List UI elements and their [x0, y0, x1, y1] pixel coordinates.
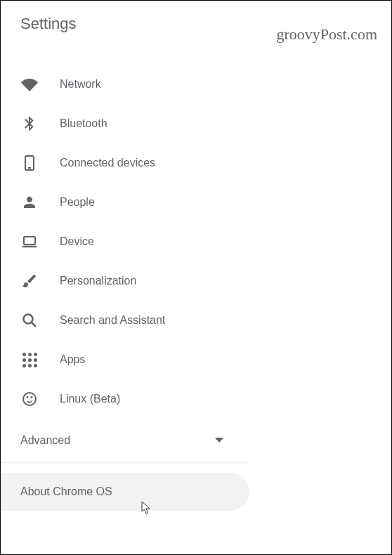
nav-item-linux[interactable]: Linux (Beta) — [1, 379, 391, 419]
brush-icon — [20, 272, 39, 290]
nav-item-apps[interactable]: Apps — [1, 340, 391, 379]
nav-item-about-chrome-os[interactable]: About Chrome OS — [1, 473, 249, 511]
nav-item-personalization[interactable]: Personalization — [1, 261, 391, 301]
nav-label: Network — [60, 78, 101, 91]
bluetooth-icon — [20, 115, 39, 133]
advanced-label: Advanced — [20, 434, 70, 447]
svg-point-6 — [27, 396, 29, 398]
advanced-toggle[interactable]: Advanced — [1, 419, 249, 462]
devices-icon — [20, 154, 39, 172]
person-icon — [20, 193, 39, 211]
divider — [1, 462, 249, 463]
nav-label: Bluetooth — [60, 117, 107, 130]
nav-item-network[interactable]: Network — [1, 65, 391, 104]
svg-point-5 — [23, 393, 36, 405]
nav-label: Search and Assistant — [60, 314, 165, 327]
svg-point-3 — [24, 315, 33, 324]
search-icon — [20, 311, 39, 329]
wifi-icon — [20, 75, 39, 93]
cursor-icon — [141, 501, 152, 515]
nav-label: Personalization — [60, 275, 136, 287]
nav-item-connected-devices[interactable]: Connected devices — [1, 143, 391, 183]
nav-label: Linux (Beta) — [60, 393, 120, 405]
about-label: About Chrome OS — [20, 485, 112, 498]
watermark: groovyPost.com — [276, 25, 377, 44]
linux-icon — [20, 390, 39, 408]
nav-item-people[interactable]: People — [1, 183, 391, 222]
settings-nav: Network Bluetooth Connected devices Peop… — [1, 65, 391, 419]
svg-point-7 — [31, 396, 33, 398]
svg-rect-2 — [24, 237, 35, 244]
nav-label: Apps — [60, 353, 85, 366]
nav-item-bluetooth[interactable]: Bluetooth — [1, 104, 391, 143]
chevron-down-icon — [214, 436, 224, 445]
nav-item-device[interactable]: Device — [1, 222, 391, 261]
laptop-icon — [20, 233, 39, 251]
svg-line-4 — [32, 322, 36, 327]
nav-label: People — [60, 196, 95, 209]
settings-header: Settings groovyPost.com — [1, 1, 391, 65]
nav-label: Connected devices — [60, 157, 155, 169]
apps-icon — [20, 351, 39, 369]
page-title: Settings — [20, 15, 77, 33]
nav-item-search-assistant[interactable]: Search and Assistant — [1, 301, 391, 340]
nav-label: Device — [60, 235, 94, 248]
